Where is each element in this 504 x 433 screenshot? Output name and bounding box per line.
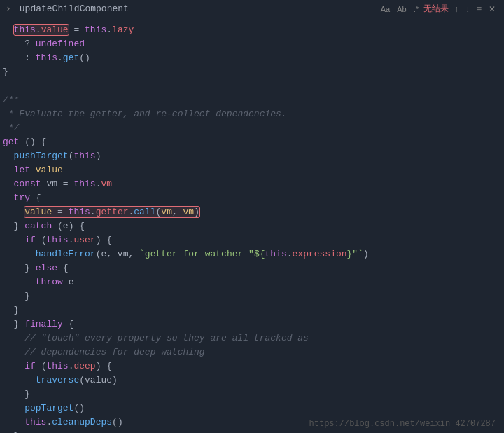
code-line: // "touch" every property so they are al…: [0, 331, 504, 345]
code-line: pushTarget(this): [0, 149, 504, 163]
search-options: Aa Ab .* 无结果 ↑ ↓ ≡ ✕: [379, 3, 498, 15]
top-bar: › updateChildComponent Aa Ab .* 无结果 ↑ ↓ …: [0, 0, 504, 18]
watermark: https://blog.csdn.net/weixin_42707287: [309, 419, 496, 429]
code-line: } else {: [0, 261, 504, 275]
nav-down-button[interactable]: ↓: [463, 4, 472, 15]
code-line: get () {: [0, 135, 504, 149]
code-line: let value: [0, 163, 504, 177]
code-line: popTarget(): [0, 401, 504, 415]
search-whole-word[interactable]: Ab: [395, 4, 408, 14]
code-line: }: [0, 303, 504, 317]
code-line: : this.get(): [0, 51, 504, 65]
search-regex[interactable]: .*: [412, 4, 421, 14]
breadcrumb-arrow: ›: [6, 4, 11, 14]
code-line: */: [0, 121, 504, 135]
code-line: const vm = this.vm: [0, 177, 504, 191]
code-line: [0, 79, 504, 93]
code-line: throw e: [0, 275, 504, 289]
code-line: traverse(value): [0, 373, 504, 387]
code-line: }: [0, 387, 504, 401]
code-line: }: [0, 289, 504, 303]
nav-arrows: ↑ ↓ ≡ ✕: [451, 4, 498, 15]
nav-close-button[interactable]: ✕: [486, 4, 498, 15]
function-name-label: updateChildComponent: [20, 4, 129, 14]
code-area: this.value = this.lazy ? undefined : thi…: [0, 19, 504, 433]
code-line: }: [0, 65, 504, 79]
code-line: this.value = this.lazy: [0, 23, 504, 37]
nav-menu-button[interactable]: ≡: [474, 4, 484, 15]
code-line: // dependencies for deep watching: [0, 345, 504, 359]
code-line: if (this.deep) {: [0, 359, 504, 373]
code-line: * Evaluate the getter, and re-collect de…: [0, 107, 504, 121]
code-line: }: [0, 429, 504, 433]
nav-up-button[interactable]: ↑: [451, 4, 461, 15]
code-line: ? undefined: [0, 37, 504, 51]
no-result-label: 无结果: [424, 3, 449, 15]
code-line: } catch (e) {: [0, 219, 504, 233]
code-line: try {: [0, 191, 504, 205]
code-line: value = this.getter.call(vm, vm): [0, 205, 504, 219]
search-case-sensitive[interactable]: Aa: [379, 4, 392, 14]
code-line: /**: [0, 93, 504, 107]
code-line: if (this.user) {: [0, 233, 504, 247]
code-line: handleError(e, vm, `getter for watcher "…: [0, 247, 504, 261]
code-line: } finally {: [0, 317, 504, 331]
